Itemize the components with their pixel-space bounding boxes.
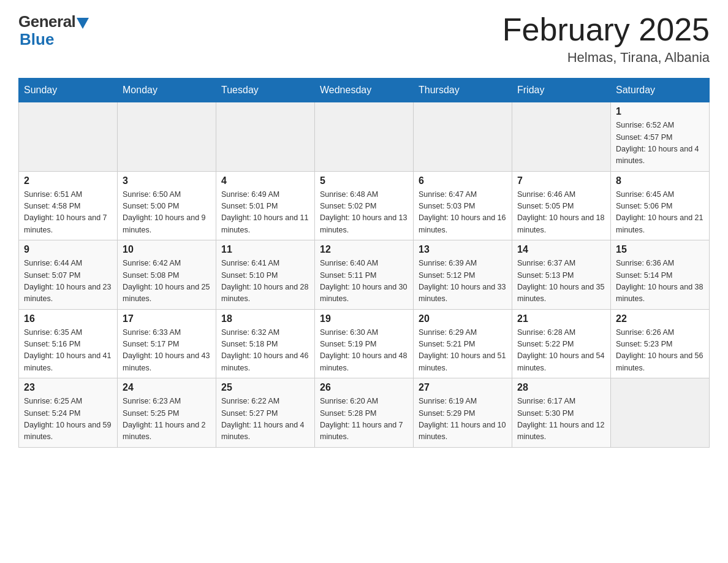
day-info: Sunrise: 6:17 AMSunset: 5:30 PMDaylight:… (517, 396, 605, 443)
day-number: 3 (123, 175, 211, 186)
day-number: 27 (419, 382, 507, 393)
calendar-cell: 12Sunrise: 6:40 AMSunset: 5:11 PMDayligh… (315, 240, 414, 310)
calendar-cell: 15Sunrise: 6:36 AMSunset: 5:14 PMDayligh… (611, 240, 710, 310)
day-info: Sunrise: 6:26 AMSunset: 5:23 PMDaylight:… (616, 327, 704, 375)
calendar-cell: 18Sunrise: 6:32 AMSunset: 5:18 PMDayligh… (216, 309, 315, 378)
day-info: Sunrise: 6:39 AMSunset: 5:12 PMDaylight:… (419, 258, 507, 305)
logo-triangle-icon (77, 18, 89, 29)
calendar-cell: 16Sunrise: 6:35 AMSunset: 5:16 PMDayligh… (19, 309, 118, 378)
day-info: Sunrise: 6:20 AMSunset: 5:28 PMDaylight:… (320, 396, 408, 443)
calendar-cell: 7Sunrise: 6:46 AMSunset: 5:05 PMDaylight… (512, 171, 611, 240)
calendar-cell: 9Sunrise: 6:44 AMSunset: 5:07 PMDaylight… (19, 240, 118, 310)
day-number: 8 (616, 175, 704, 186)
day-number: 11 (221, 244, 309, 255)
day-number: 17 (123, 313, 211, 324)
calendar-body: 1Sunrise: 6:52 AMSunset: 4:57 PMDaylight… (19, 102, 710, 448)
calendar-cell: 24Sunrise: 6:23 AMSunset: 5:25 PMDayligh… (118, 378, 216, 448)
calendar-cell (512, 102, 611, 172)
day-number: 2 (24, 175, 112, 186)
calendar-cell (315, 102, 414, 172)
day-info: Sunrise: 6:22 AMSunset: 5:27 PMDaylight:… (221, 396, 309, 443)
calendar-header: SundayMondayTuesdayWednesdayThursdayFrid… (19, 79, 710, 102)
calendar-week-row: 1Sunrise: 6:52 AMSunset: 4:57 PMDaylight… (19, 102, 710, 172)
weekday-header-tuesday: Tuesday (216, 79, 315, 102)
day-number: 9 (24, 244, 112, 255)
day-info: Sunrise: 6:41 AMSunset: 5:10 PMDaylight:… (221, 258, 309, 305)
day-number: 18 (221, 313, 309, 324)
day-info: Sunrise: 6:40 AMSunset: 5:11 PMDaylight:… (320, 258, 408, 305)
day-number: 5 (320, 175, 408, 186)
day-number: 7 (517, 175, 605, 186)
day-info: Sunrise: 6:28 AMSunset: 5:22 PMDaylight:… (517, 327, 605, 375)
day-number: 16 (24, 313, 112, 324)
calendar-cell: 25Sunrise: 6:22 AMSunset: 5:27 PMDayligh… (216, 378, 315, 448)
day-info: Sunrise: 6:23 AMSunset: 5:25 PMDaylight:… (123, 396, 211, 443)
calendar-cell: 2Sunrise: 6:51 AMSunset: 4:58 PMDaylight… (19, 171, 118, 240)
calendar-cell: 4Sunrise: 6:49 AMSunset: 5:01 PMDaylight… (216, 171, 315, 240)
location-title: Helmas, Tirana, Albania (502, 50, 710, 66)
logo-blue-text: Blue (20, 30, 54, 49)
page-header: General Blue February 2025 Helmas, Tiran… (18, 12, 710, 66)
calendar-cell: 21Sunrise: 6:28 AMSunset: 5:22 PMDayligh… (512, 309, 611, 378)
title-section: February 2025 Helmas, Tirana, Albania (502, 12, 710, 66)
day-info: Sunrise: 6:48 AMSunset: 5:02 PMDaylight:… (320, 189, 408, 237)
calendar-cell: 11Sunrise: 6:41 AMSunset: 5:10 PMDayligh… (216, 240, 315, 310)
calendar-cell: 5Sunrise: 6:48 AMSunset: 5:02 PMDaylight… (315, 171, 414, 240)
day-info: Sunrise: 6:52 AMSunset: 4:57 PMDaylight:… (616, 120, 704, 167)
calendar-cell (19, 102, 118, 172)
calendar-week-row: 2Sunrise: 6:51 AMSunset: 4:58 PMDaylight… (19, 171, 710, 240)
calendar-cell: 13Sunrise: 6:39 AMSunset: 5:12 PMDayligh… (414, 240, 512, 310)
day-info: Sunrise: 6:30 AMSunset: 5:19 PMDaylight:… (320, 327, 408, 375)
calendar-cell: 17Sunrise: 6:33 AMSunset: 5:17 PMDayligh… (118, 309, 216, 378)
day-number: 22 (616, 313, 704, 324)
day-number: 19 (320, 313, 408, 324)
calendar-cell: 23Sunrise: 6:25 AMSunset: 5:24 PMDayligh… (19, 378, 118, 448)
calendar-cell: 20Sunrise: 6:29 AMSunset: 5:21 PMDayligh… (414, 309, 512, 378)
day-info: Sunrise: 6:42 AMSunset: 5:08 PMDaylight:… (123, 258, 211, 305)
calendar-cell: 3Sunrise: 6:50 AMSunset: 5:00 PMDaylight… (118, 171, 216, 240)
day-info: Sunrise: 6:44 AMSunset: 5:07 PMDaylight:… (24, 258, 112, 305)
calendar-cell: 14Sunrise: 6:37 AMSunset: 5:13 PMDayligh… (512, 240, 611, 310)
logo: General Blue (18, 12, 89, 49)
day-info: Sunrise: 6:36 AMSunset: 5:14 PMDaylight:… (616, 258, 704, 305)
day-number: 15 (616, 244, 704, 255)
day-number: 12 (320, 244, 408, 255)
day-number: 14 (517, 244, 605, 255)
calendar-cell (216, 102, 315, 172)
day-number: 23 (24, 382, 112, 393)
day-info: Sunrise: 6:50 AMSunset: 5:00 PMDaylight:… (123, 189, 211, 237)
day-number: 20 (419, 313, 507, 324)
day-number: 25 (221, 382, 309, 393)
calendar-cell: 19Sunrise: 6:30 AMSunset: 5:19 PMDayligh… (315, 309, 414, 378)
weekday-header-row: SundayMondayTuesdayWednesdayThursdayFrid… (19, 79, 710, 102)
calendar-cell: 26Sunrise: 6:20 AMSunset: 5:28 PMDayligh… (315, 378, 414, 448)
day-info: Sunrise: 6:46 AMSunset: 5:05 PMDaylight:… (517, 189, 605, 237)
weekday-header-sunday: Sunday (19, 79, 118, 102)
calendar-cell: 10Sunrise: 6:42 AMSunset: 5:08 PMDayligh… (118, 240, 216, 310)
day-number: 1 (616, 106, 704, 117)
calendar-week-row: 16Sunrise: 6:35 AMSunset: 5:16 PMDayligh… (19, 309, 710, 378)
day-info: Sunrise: 6:25 AMSunset: 5:24 PMDaylight:… (24, 396, 112, 443)
calendar-cell (414, 102, 512, 172)
calendar-cell: 27Sunrise: 6:19 AMSunset: 5:29 PMDayligh… (414, 378, 512, 448)
calendar-cell: 6Sunrise: 6:47 AMSunset: 5:03 PMDaylight… (414, 171, 512, 240)
day-info: Sunrise: 6:47 AMSunset: 5:03 PMDaylight:… (419, 189, 507, 237)
logo-general-text: General (18, 12, 75, 31)
weekday-header-saturday: Saturday (611, 79, 710, 102)
weekday-header-friday: Friday (512, 79, 611, 102)
calendar-week-row: 23Sunrise: 6:25 AMSunset: 5:24 PMDayligh… (19, 378, 710, 448)
day-info: Sunrise: 6:32 AMSunset: 5:18 PMDaylight:… (221, 327, 309, 375)
day-info: Sunrise: 6:35 AMSunset: 5:16 PMDaylight:… (24, 327, 112, 375)
day-info: Sunrise: 6:51 AMSunset: 4:58 PMDaylight:… (24, 189, 112, 237)
day-number: 13 (419, 244, 507, 255)
weekday-header-monday: Monday (118, 79, 216, 102)
calendar-cell (611, 378, 710, 448)
calendar-cell: 22Sunrise: 6:26 AMSunset: 5:23 PMDayligh… (611, 309, 710, 378)
day-number: 21 (517, 313, 605, 324)
day-info: Sunrise: 6:19 AMSunset: 5:29 PMDaylight:… (419, 396, 507, 443)
calendar-cell (118, 102, 216, 172)
day-info: Sunrise: 6:29 AMSunset: 5:21 PMDaylight:… (419, 327, 507, 375)
day-number: 6 (419, 175, 507, 186)
day-info: Sunrise: 6:37 AMSunset: 5:13 PMDaylight:… (517, 258, 605, 305)
calendar-week-row: 9Sunrise: 6:44 AMSunset: 5:07 PMDaylight… (19, 240, 710, 310)
